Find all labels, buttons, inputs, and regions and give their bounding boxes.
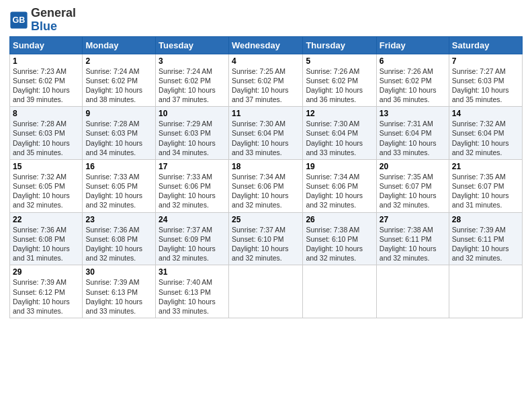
day-number: 18 <box>232 162 300 171</box>
calendar-header-tuesday: Tuesday <box>156 36 229 54</box>
calendar-cell: 6 Sunrise: 7:26 AMSunset: 6:02 PMDayligh… <box>376 54 449 107</box>
calendar-cell <box>376 265 449 318</box>
day-number: 1 <box>13 56 79 66</box>
calendar-cell: 29 Sunrise: 7:39 AMSunset: 6:12 PMDaylig… <box>10 265 83 318</box>
calendar-cell: 7 Sunrise: 7:27 AMSunset: 6:03 PMDayligh… <box>449 54 522 107</box>
calendar-week-2: 8 Sunrise: 7:28 AMSunset: 6:03 PMDayligh… <box>10 107 523 160</box>
day-number: 11 <box>232 109 300 118</box>
day-number: 7 <box>452 56 519 66</box>
day-info: Sunrise: 7:26 AMSunset: 6:02 PMDaylight:… <box>306 66 373 105</box>
day-number: 5 <box>306 56 373 66</box>
logo: GB General Blue <box>9 7 76 34</box>
calendar-cell: 21 Sunrise: 7:35 AMSunset: 6:07 PMDaylig… <box>449 159 522 212</box>
day-number: 30 <box>85 267 152 277</box>
day-number: 15 <box>13 162 79 171</box>
day-number: 23 <box>85 215 152 224</box>
calendar-cell: 5 Sunrise: 7:26 AMSunset: 6:02 PMDayligh… <box>303 54 376 107</box>
day-number: 9 <box>85 109 152 118</box>
day-info: Sunrise: 7:23 AMSunset: 6:02 PMDaylight:… <box>13 66 79 105</box>
day-info: Sunrise: 7:38 AMSunset: 6:11 PMDaylight:… <box>380 225 446 263</box>
calendar-cell: 9 Sunrise: 7:28 AMSunset: 6:03 PMDayligh… <box>83 107 156 160</box>
day-info: Sunrise: 7:35 AMSunset: 6:07 PMDaylight:… <box>380 172 446 210</box>
day-info: Sunrise: 7:27 AMSunset: 6:03 PMDaylight:… <box>452 66 519 105</box>
header: GB General Blue <box>9 7 523 34</box>
calendar-cell: 23 Sunrise: 7:36 AMSunset: 6:08 PMDaylig… <box>83 212 156 265</box>
calendar-cell: 27 Sunrise: 7:38 AMSunset: 6:11 PMDaylig… <box>376 212 449 265</box>
day-info: Sunrise: 7:39 AMSunset: 6:11 PMDaylight:… <box>452 225 519 263</box>
day-number: 22 <box>13 215 79 224</box>
calendar-header-monday: Monday <box>83 36 156 54</box>
day-number: 25 <box>232 215 300 224</box>
logo-general: General <box>31 6 76 19</box>
day-number: 10 <box>159 109 226 118</box>
day-info: Sunrise: 7:26 AMSunset: 6:02 PMDaylight:… <box>380 66 446 105</box>
day-info: Sunrise: 7:28 AMSunset: 6:03 PMDaylight:… <box>85 119 152 157</box>
calendar-cell: 8 Sunrise: 7:28 AMSunset: 6:03 PMDayligh… <box>10 107 83 160</box>
calendar-header-thursday: Thursday <box>303 36 376 54</box>
day-info: Sunrise: 7:39 AMSunset: 6:12 PMDaylight:… <box>13 277 79 316</box>
calendar-week-5: 29 Sunrise: 7:39 AMSunset: 6:12 PMDaylig… <box>10 265 523 318</box>
logo-blue: Blue <box>31 19 57 33</box>
day-info: Sunrise: 7:28 AMSunset: 6:03 PMDaylight:… <box>13 119 79 157</box>
calendar-cell: 19 Sunrise: 7:34 AMSunset: 6:06 PMDaylig… <box>303 159 376 212</box>
day-info: Sunrise: 7:31 AMSunset: 6:04 PMDaylight:… <box>380 119 446 157</box>
calendar-week-3: 15 Sunrise: 7:32 AMSunset: 6:05 PMDaylig… <box>10 159 523 212</box>
calendar-table: SundayMondayTuesdayWednesdayThursdayFrid… <box>9 36 523 318</box>
logo-text: General Blue <box>31 7 76 34</box>
day-info: Sunrise: 7:34 AMSunset: 6:06 PMDaylight:… <box>306 172 373 210</box>
day-number: 6 <box>380 56 446 66</box>
calendar-cell: 26 Sunrise: 7:38 AMSunset: 6:10 PMDaylig… <box>303 212 376 265</box>
day-number: 21 <box>452 162 519 171</box>
logo-icon: GB <box>9 11 28 30</box>
calendar-cell: 25 Sunrise: 7:37 AMSunset: 6:10 PMDaylig… <box>228 212 302 265</box>
day-info: Sunrise: 7:36 AMSunset: 6:08 PMDaylight:… <box>13 225 79 263</box>
calendar-header-row: SundayMondayTuesdayWednesdayThursdayFrid… <box>10 36 523 54</box>
calendar-cell: 20 Sunrise: 7:35 AMSunset: 6:07 PMDaylig… <box>376 159 449 212</box>
calendar-cell <box>303 265 376 318</box>
calendar-cell <box>449 265 522 318</box>
calendar-cell: 14 Sunrise: 7:32 AMSunset: 6:04 PMDaylig… <box>449 107 522 160</box>
day-number: 8 <box>13 109 79 118</box>
day-info: Sunrise: 7:25 AMSunset: 6:02 PMDaylight:… <box>232 66 300 105</box>
day-info: Sunrise: 7:29 AMSunset: 6:03 PMDaylight:… <box>159 119 226 157</box>
day-info: Sunrise: 7:38 AMSunset: 6:10 PMDaylight:… <box>306 225 373 263</box>
calendar-cell: 12 Sunrise: 7:30 AMSunset: 6:04 PMDaylig… <box>303 107 376 160</box>
calendar-cell: 17 Sunrise: 7:33 AMSunset: 6:06 PMDaylig… <box>156 159 229 212</box>
day-number: 19 <box>306 162 373 171</box>
calendar-cell: 1 Sunrise: 7:23 AMSunset: 6:02 PMDayligh… <box>10 54 83 107</box>
day-info: Sunrise: 7:40 AMSunset: 6:13 PMDaylight:… <box>159 277 226 316</box>
calendar-cell: 30 Sunrise: 7:39 AMSunset: 6:13 PMDaylig… <box>83 265 156 318</box>
calendar-cell: 4 Sunrise: 7:25 AMSunset: 6:02 PMDayligh… <box>228 54 302 107</box>
day-info: Sunrise: 7:37 AMSunset: 6:09 PMDaylight:… <box>159 225 226 263</box>
day-number: 13 <box>380 109 446 118</box>
day-info: Sunrise: 7:24 AMSunset: 6:02 PMDaylight:… <box>85 66 152 105</box>
day-info: Sunrise: 7:34 AMSunset: 6:06 PMDaylight:… <box>232 172 300 210</box>
calendar-cell <box>228 265 302 318</box>
page-container: GB General Blue SundayMondayTuesdayWedne… <box>0 0 532 322</box>
day-info: Sunrise: 7:35 AMSunset: 6:07 PMDaylight:… <box>452 172 519 210</box>
calendar-header-sunday: Sunday <box>10 36 83 54</box>
day-info: Sunrise: 7:32 AMSunset: 6:04 PMDaylight:… <box>452 119 519 157</box>
calendar-week-1: 1 Sunrise: 7:23 AMSunset: 6:02 PMDayligh… <box>10 54 523 107</box>
day-number: 31 <box>159 267 226 277</box>
day-info: Sunrise: 7:37 AMSunset: 6:10 PMDaylight:… <box>232 225 300 263</box>
calendar-header-friday: Friday <box>376 36 449 54</box>
calendar-cell: 15 Sunrise: 7:32 AMSunset: 6:05 PMDaylig… <box>10 159 83 212</box>
day-number: 3 <box>159 56 226 66</box>
day-info: Sunrise: 7:39 AMSunset: 6:13 PMDaylight:… <box>85 277 152 316</box>
day-info: Sunrise: 7:33 AMSunset: 6:05 PMDaylight:… <box>85 172 152 210</box>
calendar-cell: 2 Sunrise: 7:24 AMSunset: 6:02 PMDayligh… <box>83 54 156 107</box>
day-info: Sunrise: 7:33 AMSunset: 6:06 PMDaylight:… <box>159 172 226 210</box>
day-number: 26 <box>306 215 373 224</box>
day-number: 14 <box>452 109 519 118</box>
day-number: 27 <box>380 215 446 224</box>
day-info: Sunrise: 7:36 AMSunset: 6:08 PMDaylight:… <box>85 225 152 263</box>
day-number: 20 <box>380 162 446 171</box>
day-number: 28 <box>452 215 519 224</box>
day-info: Sunrise: 7:30 AMSunset: 6:04 PMDaylight:… <box>232 119 300 157</box>
day-info: Sunrise: 7:30 AMSunset: 6:04 PMDaylight:… <box>306 119 373 157</box>
day-number: 29 <box>13 267 79 277</box>
day-info: Sunrise: 7:32 AMSunset: 6:05 PMDaylight:… <box>13 172 79 210</box>
calendar-cell: 18 Sunrise: 7:34 AMSunset: 6:06 PMDaylig… <box>228 159 302 212</box>
calendar-cell: 24 Sunrise: 7:37 AMSunset: 6:09 PMDaylig… <box>156 212 229 265</box>
